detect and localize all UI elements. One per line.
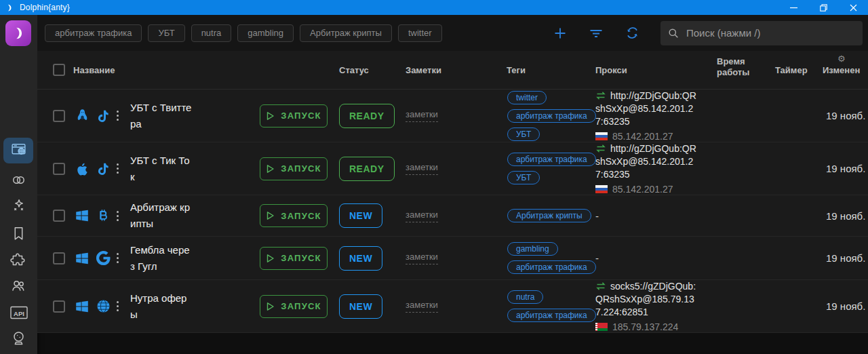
add-profile-button[interactable]	[553, 26, 568, 41]
row-checkbox[interactable]	[53, 300, 65, 313]
google-icon	[96, 237, 111, 279]
column-header-modified[interactable]: Изменен	[823, 65, 860, 75]
close-button[interactable]	[838, 0, 868, 15]
sidebar-item-teams[interactable]	[0, 277, 37, 297]
launch-button[interactable]: ЗАПУСК	[260, 247, 328, 270]
search-box	[660, 21, 863, 45]
row-menu-button[interactable]	[117, 90, 119, 142]
proxy-cell: http://gZDjGQub:QRshSxXp@85.142.201.27:6…	[595, 142, 698, 195]
profiles-table: Название Статус Заметки Теги Прокси Врем…	[37, 51, 868, 333]
search-input[interactable]	[685, 26, 863, 39]
sidebar-item-proxy[interactable]	[0, 172, 37, 191]
filter-tag-button[interactable]: арбитраж трафика	[45, 24, 142, 42]
filter-tag-button[interactable]: УБТ	[148, 24, 184, 42]
proxy-address: socks5://gZDjGQub:QRshSxXp@185.79.137.22…	[595, 281, 696, 317]
columns-settings-icon[interactable]: ⚙	[837, 54, 846, 63]
status-badge[interactable]: NEW	[339, 246, 382, 271]
filter-tag-button[interactable]: Арбитраж крипты	[300, 24, 392, 42]
notes-link[interactable]: заметки	[406, 162, 438, 175]
tags-cell: nutraарбитраж трафика	[507, 280, 596, 332]
tag-pill[interactable]: УБТ	[507, 171, 540, 184]
tag-pill[interactable]: gambling	[507, 242, 558, 256]
launch-button[interactable]: ЗАПУСК	[260, 204, 328, 227]
profile-name: УБТ с Тик Ток	[130, 142, 194, 195]
sidebar: API	[0, 15, 37, 354]
sidebar-item-predictions[interactable]	[0, 330, 37, 349]
table-row: Гембла через ГуглЗАПУСКNEWзаметкиgamblin…	[37, 237, 868, 280]
sidebar-item-automation[interactable]	[0, 197, 37, 217]
notes-cell: заметки	[406, 195, 438, 236]
country-flag-icon	[595, 132, 608, 140]
tag-pill[interactable]: УБТ	[507, 127, 540, 141]
modified-date: 19 нояб.	[826, 90, 865, 142]
notes-link[interactable]: заметки	[406, 109, 438, 122]
sidebar-item-extensions[interactable]	[0, 252, 37, 271]
launch-button[interactable]: ЗАПУСК	[260, 157, 328, 180]
tag-pill[interactable]: twitter	[507, 91, 547, 104]
tags-cell: Арбитраж крипты	[507, 195, 591, 236]
bookmark-icon	[10, 225, 27, 245]
notes-link[interactable]: заметки	[406, 252, 438, 264]
column-header-status[interactable]: Статус	[339, 65, 369, 75]
filter-icon[interactable]	[589, 26, 604, 41]
row-checkbox[interactable]	[53, 252, 65, 264]
row-menu-button[interactable]	[117, 142, 119, 195]
refresh-icon[interactable]	[625, 26, 639, 41]
row-checkbox[interactable]	[53, 163, 65, 175]
row-checkbox-cell	[53, 195, 65, 236]
status-badge[interactable]: NEW	[339, 294, 382, 319]
profile-name: УБТ с Твиттера	[130, 90, 194, 142]
column-header-proxy[interactable]: Прокси	[595, 65, 627, 75]
notes-link[interactable]: заметки	[406, 300, 438, 313]
filter-tag-button[interactable]: gambling	[237, 24, 294, 42]
row-menu-button[interactable]	[117, 195, 119, 236]
row-checkbox-cell	[53, 237, 65, 279]
tag-pill[interactable]: арбитраж трафика	[507, 260, 596, 274]
app-icon	[5, 3, 14, 12]
row-checkbox-cell	[53, 90, 65, 142]
tag-pill[interactable]: арбитраж трафика	[507, 309, 596, 322]
browser-profiles-icon	[10, 141, 27, 161]
row-menu-button[interactable]	[117, 237, 119, 279]
users-icon	[10, 277, 27, 297]
launch-cell: ЗАПУСК	[260, 90, 328, 142]
sidebar-item-api[interactable]: API	[0, 305, 37, 323]
sidebar-item-browser-profiles[interactable]	[3, 138, 33, 163]
column-header-name[interactable]: Название	[73, 65, 115, 75]
launch-cell: ЗАПУСК	[260, 237, 328, 279]
minimize-button[interactable]	[778, 0, 808, 15]
launch-button[interactable]: ЗАПУСК	[260, 104, 328, 127]
row-checkbox[interactable]	[53, 110, 65, 122]
modified-date: 19 нояб.	[826, 142, 865, 195]
select-all-checkbox[interactable]	[53, 64, 65, 76]
modified-date: 19 нояб.	[826, 237, 865, 279]
proxy-cell: socks5://gZDjGQub:QRshSxXp@185.79.137.22…	[595, 280, 698, 332]
table-row: УБТ с ТвиттераЗАПУСКREADYзаметкиtwitterа…	[37, 90, 868, 142]
status-badge[interactable]: NEW	[339, 203, 382, 228]
tag-pill[interactable]: nutra	[507, 290, 543, 304]
table-row: УБТ с Тик ТокЗАПУСКREADYзаметкиарбитраж …	[37, 142, 868, 195]
notes-cell: заметки	[406, 142, 438, 195]
windows-icon	[75, 280, 89, 332]
row-checkbox[interactable]	[53, 210, 65, 222]
status-badge[interactable]: READY	[339, 157, 395, 181]
tag-pill[interactable]: Арбитраж крипты	[507, 209, 591, 222]
restore-button[interactable]	[808, 0, 838, 15]
launch-label: ЗАПУСК	[281, 301, 321, 311]
column-header-tags[interactable]: Теги	[507, 65, 526, 75]
row-menu-button[interactable]	[117, 280, 119, 332]
dolphin-logo	[5, 20, 31, 46]
status-cell: READY	[339, 142, 395, 195]
tag-pill[interactable]: арбитраж трафика	[507, 153, 596, 166]
tag-pill[interactable]: арбитраж трафика	[507, 109, 596, 123]
filter-tag-button[interactable]: twitter	[398, 24, 442, 42]
sidebar-item-bookmarks[interactable]	[0, 225, 37, 245]
column-header-uptime[interactable]: Время работы	[717, 56, 752, 78]
column-header-notes[interactable]: Заметки	[406, 65, 441, 75]
notes-link[interactable]: заметки	[406, 210, 438, 222]
filter-tag-button[interactable]: nutra	[191, 24, 232, 42]
launch-button[interactable]: ЗАПУСК	[260, 295, 328, 318]
status-badge[interactable]: READY	[339, 104, 395, 128]
column-header-timer[interactable]: Таймер	[775, 65, 808, 75]
window-controls	[778, 0, 868, 15]
